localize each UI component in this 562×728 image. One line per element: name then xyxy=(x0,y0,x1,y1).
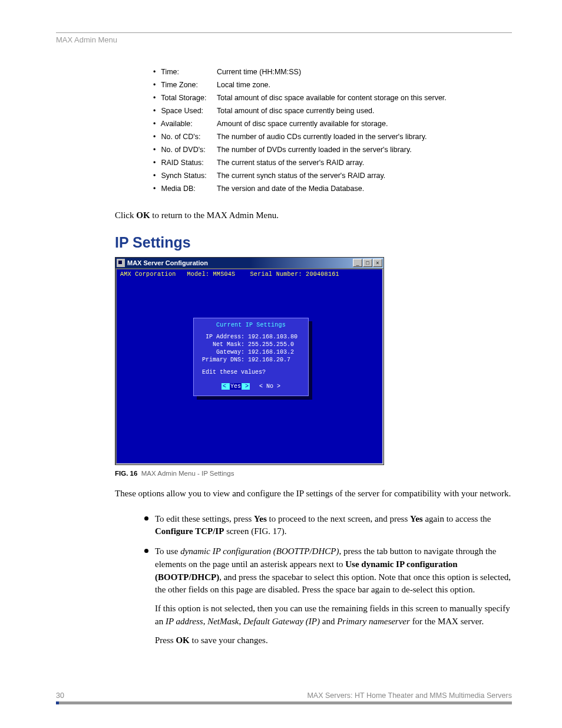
dialog-prompt: Edit these values? xyxy=(199,368,303,376)
def-desc: The number of audio CDs currently loaded… xyxy=(217,133,512,141)
app-icon xyxy=(117,259,125,267)
header-section: MAX Admin Menu xyxy=(56,35,512,44)
def-term: Total Storage: xyxy=(161,94,206,102)
def-term: No. of DVD's: xyxy=(161,146,205,154)
def-desc: The number of DVDs currently loaded in t… xyxy=(217,146,512,154)
def-desc: The version and date of the Media Databa… xyxy=(217,185,512,193)
dialog-title: Current IP Settings xyxy=(199,322,303,328)
def-desc: Total amount of disc space currently bei… xyxy=(217,107,512,115)
def-term: Space Used: xyxy=(161,107,203,115)
terminal-header-line: AMX Corporation Model: MMS04S Serial Num… xyxy=(117,269,382,278)
def-row: • Time:Current time (HH:MM:SS) xyxy=(153,68,512,76)
paragraph-click-ok: Click OK to return to the MAX Admin Menu… xyxy=(115,209,512,221)
def-row: • No. of DVD's:The number of DVDs curren… xyxy=(153,146,512,154)
maximize-button[interactable]: □ xyxy=(363,259,372,267)
instruction-list: To edit these settings, press Yes to pro… xyxy=(144,513,512,647)
yes-button[interactable]: < Yes > xyxy=(222,383,250,390)
dialog-row-ip: IP Address: 192.168.103.80 xyxy=(199,333,303,341)
def-term: RAID Status: xyxy=(161,159,203,167)
def-term: Media DB: xyxy=(161,185,195,193)
heading-ip-settings: IP Settings xyxy=(115,234,512,251)
def-row: • Space Used:Total amount of disc space … xyxy=(153,107,512,115)
def-term: Available: xyxy=(161,120,193,128)
ip-settings-dialog: Current IP Settings IP Address: 192.168.… xyxy=(193,318,309,396)
def-term: Synch Status: xyxy=(161,172,206,180)
terminal-body: AMX Corporation Model: MMS04S Serial Num… xyxy=(115,268,384,465)
page-number: 30 xyxy=(56,691,64,700)
footer-rule xyxy=(56,701,512,704)
dialog-row-gateway: Gateway: 192.168.103.2 xyxy=(199,348,303,356)
close-button[interactable]: × xyxy=(373,259,382,267)
def-row: • No. of CD's:The number of audio CDs cu… xyxy=(153,133,512,141)
window-title: MAX Server Configuration xyxy=(127,259,353,266)
no-button[interactable]: < No > xyxy=(259,383,280,390)
def-row: • Available:Amount of disc space current… xyxy=(153,120,512,128)
def-row: • Time Zone:Local time zone. xyxy=(153,81,512,89)
screenshot-window: MAX Server Configuration _ □ × AMX Corpo… xyxy=(115,257,384,465)
def-row: • Synch Status:The current synch status … xyxy=(153,172,512,180)
def-desc: Total amount of disc space available for… xyxy=(217,94,512,102)
minimize-button[interactable]: _ xyxy=(353,259,362,267)
list-item: To use dynamic IP configuration (BOOTTP/… xyxy=(144,545,512,647)
def-desc: Local time zone. xyxy=(217,81,512,89)
def-row: • RAID Status:The current status of the … xyxy=(153,159,512,167)
def-desc: Amount of disc space currently available… xyxy=(217,120,512,128)
footer-title: MAX Servers: HT Home Theater and MMS Mul… xyxy=(307,691,512,700)
def-desc: The current synch status of the server's… xyxy=(217,172,512,180)
header-rule xyxy=(56,32,512,33)
dialog-row-dns: Primary DNS: 192.168.20.7 xyxy=(199,356,303,364)
page-footer: 30 MAX Servers: HT Home Theater and MMS … xyxy=(56,691,512,704)
def-desc: The current status of the server's RAID … xyxy=(217,159,512,167)
paragraph-intro: These options allow you to view and conf… xyxy=(115,487,512,499)
followup-paragraph: Press OK to save your changes. xyxy=(155,634,512,647)
def-row: • Media DB:The version and date of the M… xyxy=(153,185,512,193)
figure-caption: FIG. 16 MAX Admin Menu - IP Settings xyxy=(115,470,512,477)
window-titlebar: MAX Server Configuration _ □ × xyxy=(115,258,384,268)
list-item: To edit these settings, press Yes to pro… xyxy=(144,513,512,539)
def-term: Time: xyxy=(161,68,179,76)
def-desc: Current time (HH:MM:SS) xyxy=(217,68,512,76)
def-term: Time Zone: xyxy=(161,81,198,89)
dialog-row-netmask: Net Mask: 255.255.255.0 xyxy=(199,341,303,348)
def-row: • Total Storage:Total amount of disc spa… xyxy=(153,94,512,102)
followup-paragraph: If this option is not selected, then you… xyxy=(155,602,512,628)
definitions-list: • Time:Current time (HH:MM:SS) • Time Zo… xyxy=(153,68,512,193)
def-term: No. of CD's: xyxy=(161,133,200,141)
